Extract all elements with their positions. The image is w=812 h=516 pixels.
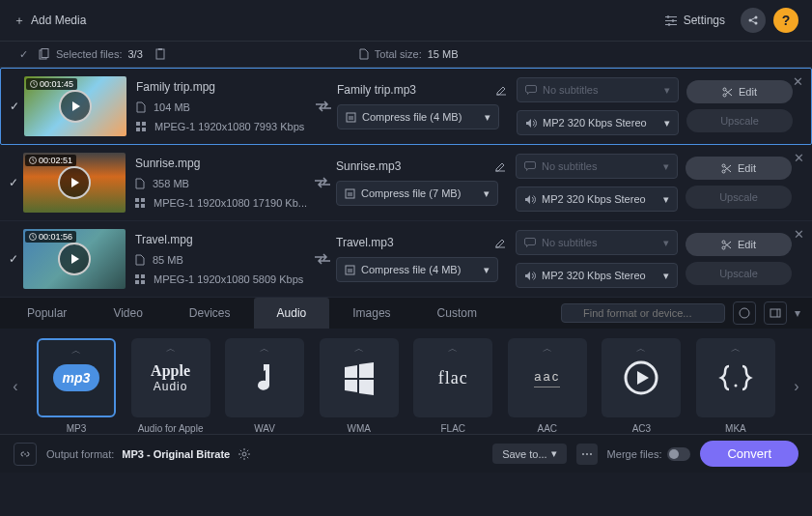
format-search-input[interactable] [561,303,725,323]
svg-point-38 [740,308,749,318]
format-card-aac[interactable]: ︿ aac [508,338,587,417]
subtitle-dropdown[interactable]: No subtitles ▾ [517,77,679,102]
upscale-label: Upscale [720,115,759,127]
tab-custom[interactable]: Custom [414,298,500,329]
compress-dropdown[interactable]: Compress file (7 MB) ▾ [336,181,498,206]
play-button[interactable] [58,243,91,275]
tab-video[interactable]: Video [90,298,165,329]
video-thumbnail[interactable]: 00:01:45 [24,76,126,136]
duration-badge: 00:01:45 [26,78,77,90]
video-thumbnail[interactable]: 00:01:56 [23,229,126,289]
save-to-button[interactable]: Save to... ▾ [492,444,566,464]
format-card-ac3[interactable]: ︿ [602,338,681,417]
play-button[interactable] [58,166,91,199]
chevron-down-icon: ▾ [484,187,490,200]
duration-value: 00:02:51 [39,156,72,165]
info-icon [135,198,146,209]
format-label: AAC [538,423,558,434]
svg-rect-32 [141,280,145,284]
rename-icon[interactable] [494,237,506,248]
format-card-mp3[interactable]: ︿ mp3 [37,338,116,417]
svg-rect-13 [136,128,140,131]
upscale-button: Upscale [686,109,793,132]
clipboard-icon[interactable] [154,48,166,60]
audio-dropdown[interactable]: MP2 320 Kbps Stereo ▾ [516,186,678,212]
svg-rect-29 [135,274,139,278]
remove-file-button[interactable]: ✕ [794,151,804,165]
filter-button[interactable] [733,301,756,325]
format-card-flac[interactable]: ︿ flac [413,338,492,417]
gear-icon[interactable] [238,447,251,461]
compress-dropdown[interactable]: Compress file (4 MB) ▾ [337,104,499,129]
file-specs: MPEG-1 1920x1080 17190 Kb... [154,197,307,209]
svg-rect-34 [525,239,536,245]
formats-prev-button[interactable]: ‹ [4,358,27,416]
svg-rect-39 [770,309,780,317]
play-button[interactable] [59,90,92,123]
file-row[interactable]: ✓ 00:01:45 Family trip.mpg 104 MB MPEG-1… [0,68,812,145]
edit-button[interactable]: Edit [686,233,792,256]
chevron-down-icon: ▾ [663,270,669,282]
info-icon [136,122,147,132]
tab-popular[interactable]: Popular [4,298,90,329]
format-card-wma[interactable]: ︿ [320,338,399,417]
save-to-browse-button[interactable]: ⋯ [576,444,598,465]
edit-label: Edit [738,239,756,250]
row-checkbox[interactable]: ✓ [4,176,23,189]
remove-file-button[interactable]: ✕ [793,74,803,89]
convert-arrow-icon [313,252,332,266]
format-label: MP3 [67,423,87,434]
subtitle-icon [524,238,536,247]
help-button[interactable]: ? [773,8,798,33]
merge-files-toggle[interactable] [667,447,690,461]
row-checkbox[interactable]: ✓ [4,252,23,266]
settings-button[interactable]: Settings [657,10,733,31]
upscale-button: Upscale [686,262,792,285]
subtitle-icon [524,161,536,171]
edit-button[interactable]: Edit [686,80,793,103]
file-row[interactable]: ✓ 00:01:56 Travel.mpg 85 MB MPEG-1 1920x… [0,221,812,298]
file-row[interactable]: ✓ 00:02:51 Sunrise.mpg 358 MB MPEG-1 192… [0,145,812,221]
chevron-up-icon: ︿ [636,342,646,356]
play-icon [70,100,81,112]
add-media-button[interactable]: ＋ Add Media [14,13,86,29]
rename-icon[interactable] [494,160,506,172]
file-specs: MPEG-1 1920x1080 5809 Kbps [154,273,303,285]
row-checkbox[interactable]: ✓ [5,100,24,113]
share-button[interactable] [741,8,766,33]
tab-devices[interactable]: Devices [166,298,254,329]
compress-dropdown[interactable]: Compress file (4 MB) ▾ [336,257,498,282]
file-icon [136,101,146,113]
formats-next-button[interactable]: › [785,358,808,416]
edit-label: Edit [738,162,756,174]
expand-button[interactable] [764,301,787,325]
tab-audio[interactable]: Audio [254,298,330,329]
svg-rect-31 [135,280,139,284]
chevron-down-icon[interactable]: ▾ [795,306,800,320]
format-card-apple[interactable]: ︿ AppleAudio [131,338,210,417]
output-kind-button[interactable] [14,443,37,466]
video-thumbnail[interactable]: 00:02:51 [23,153,126,213]
svg-rect-9 [158,48,162,50]
subtitle-dropdown[interactable]: No subtitles ▾ [516,154,678,179]
format-card-wav[interactable]: ︿ [225,338,304,417]
tab-images[interactable]: Images [329,298,413,329]
share-icon [747,14,759,26]
remove-file-button[interactable]: ✕ [794,227,804,242]
select-all-checkbox[interactable]: ✓ [14,48,33,61]
chevron-up-icon: ︿ [260,342,269,356]
play-icon [69,253,80,265]
format-label: WAV [254,423,275,434]
audio-icon [524,271,536,281]
format-card-mka[interactable]: ︿ [696,338,775,417]
audio-dropdown[interactable]: MP2 320 Kbps Stereo ▾ [517,110,679,135]
compress-value: Compress file (4 MB) [361,264,461,275]
convert-button[interactable]: Convert [700,441,798,467]
edit-button[interactable]: Edit [686,157,792,180]
rename-icon[interactable] [495,84,507,96]
compress-icon [346,112,356,123]
audio-dropdown[interactable]: MP2 320 Kbps Stereo ▾ [516,263,678,288]
convert-arrow-icon [314,100,333,113]
upscale-button: Upscale [686,186,792,209]
subtitle-dropdown[interactable]: No subtitles ▾ [516,230,678,255]
